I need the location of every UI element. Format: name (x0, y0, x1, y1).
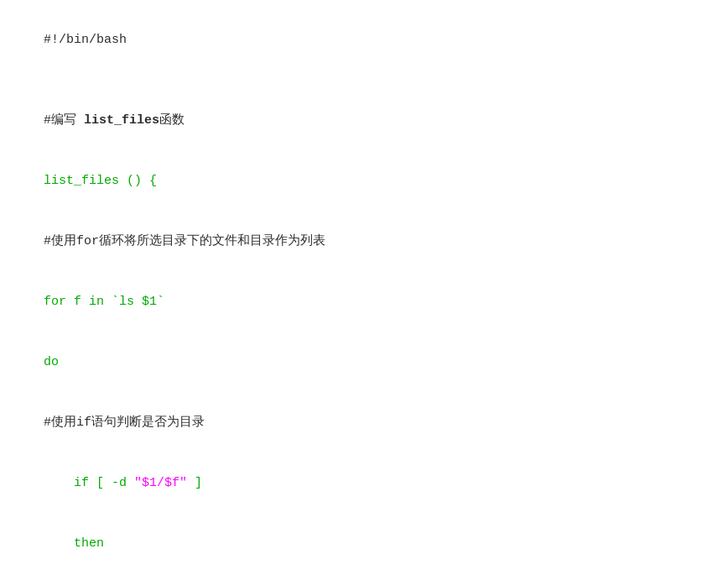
if-bracket-close: ] (187, 476, 202, 490)
shebang: #!/bin/bash (44, 33, 127, 47)
for-keyword: for f in `ls $1` (44, 295, 164, 309)
then-indent (44, 536, 74, 551)
code-line-8: #使用if语句判断是否为目录 (13, 393, 715, 453)
code-line-3: #编写 list_files函数 (13, 91, 715, 151)
if-stmt: if [ -d (44, 476, 134, 490)
comment-1: #编写 (44, 113, 84, 128)
comment-2: #使用for循环将所选目录下的文件和目录作为列表 (44, 234, 325, 248)
code-line-blank-1 (13, 71, 715, 91)
code-line-7: do (13, 332, 715, 393)
func-def: list_files () { (44, 174, 157, 188)
code-container: #!/bin/bash #编写 list_files函数 list_files … (0, 0, 728, 575)
code-line-1: #!/bin/bash (13, 10, 715, 71)
code-line-4: list_files () { (13, 151, 715, 212)
if-string: "$1/$f" (134, 476, 187, 490)
do-keyword: do (44, 355, 59, 369)
code-line-9: if [ -d "$1/$f" ] (13, 453, 715, 514)
comment-1b: 函数 (159, 113, 185, 128)
comment-3: #使用if语句判断是否为目录 (44, 416, 205, 430)
comment-highlight: list_files (84, 113, 159, 128)
code-line-6: for f in `ls $1` (13, 272, 715, 332)
code-line-10: then (13, 514, 715, 574)
code-line-5: #使用for循环将所选目录下的文件和目录作为列表 (13, 212, 715, 272)
then-keyword: then (74, 536, 104, 551)
